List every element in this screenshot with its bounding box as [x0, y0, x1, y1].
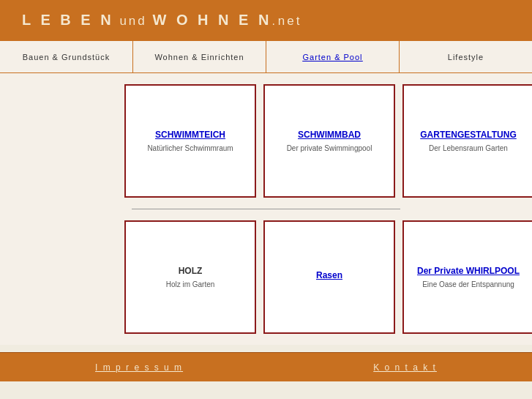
card-gartengestaltung-title[interactable]: GARTENGESTALTUNG	[420, 130, 517, 140]
card-rasen-title[interactable]: Rasen	[316, 270, 342, 280]
card-schwimmteich-title[interactable]: SCHWIMMTEICH	[155, 130, 225, 140]
card-schwimmteich-subtitle: Natürlicher Schwimmraum	[147, 144, 233, 152]
footer: I m p r e s s u m K o n t a k t	[0, 352, 532, 381]
title-dot: .	[271, 15, 277, 27]
header: L E B E N und W O H N E N.net	[0, 0, 532, 40]
card-whirlpool-subtitle: Eine Oase der Entspannung	[422, 280, 514, 288]
footer-kontakt[interactable]: K o n t a k t	[373, 362, 437, 373]
card-holz-subtitle: Holz im Garten	[166, 280, 215, 288]
card-schwimmteich[interactable]: SCHWIMMTEICH Natürlicher Schwimmraum	[124, 84, 256, 198]
title-net: net	[278, 14, 302, 28]
card-holz[interactable]: HOLZ Holz im Garten	[124, 220, 256, 334]
card-schwimmbad-subtitle: Der private Swimmingpool	[287, 144, 372, 152]
card-row-2: HOLZ Holz im Garten Rasen Der Private WH…	[124, 220, 510, 334]
title-leben: L E B E N	[22, 12, 114, 28]
main-content: SCHWIMMTEICH Natürlicher Schwimmraum SCH…	[0, 73, 532, 345]
card-gartengestaltung-subtitle: Der Lebensraum Garten	[429, 144, 508, 152]
card-whirlpool[interactable]: Der Private WHIRLPOOL Eine Oase der Ents…	[402, 220, 532, 334]
title-und: und	[114, 14, 153, 28]
nav-garten[interactable]: Garten & Pool	[266, 41, 400, 72]
card-rasen[interactable]: Rasen	[263, 220, 395, 334]
nav-wohnen[interactable]: Wohnen & Einrichten	[133, 41, 266, 72]
card-row-1: SCHWIMMTEICH Natürlicher Schwimmraum SCH…	[124, 84, 510, 198]
card-whirlpool-title[interactable]: Der Private WHIRLPOOL	[417, 266, 520, 276]
title-wohnen: W O H N E N	[153, 12, 272, 28]
navigation: Bauen & Grundstück Wohnen & Einrichten G…	[0, 40, 532, 73]
footer-impressum[interactable]: I m p r e s s u m	[95, 362, 183, 373]
site-title: L E B E N und W O H N E N.net	[22, 12, 301, 29]
nav-bauen[interactable]: Bauen & Grundstück	[0, 41, 133, 72]
row-separator	[132, 209, 400, 209]
card-schwimmbad-title[interactable]: SCHWIMMBAD	[298, 130, 361, 140]
card-holz-title: HOLZ	[179, 266, 203, 276]
card-gartengestaltung[interactable]: GARTENGESTALTUNG Der Lebensraum Garten	[402, 84, 532, 198]
card-schwimmbad[interactable]: SCHWIMMBAD Der private Swimmingpool	[263, 84, 395, 198]
nav-lifestyle[interactable]: Lifestyle	[400, 41, 532, 72]
